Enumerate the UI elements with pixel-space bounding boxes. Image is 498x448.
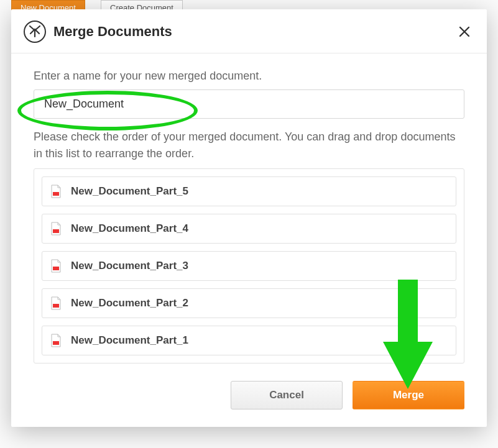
merge-documents-modal: Merge Documents Enter a name for your ne…: [11, 9, 487, 427]
pdf-file-icon: [50, 222, 62, 235]
document-item-label: New_Document_Part_4: [71, 222, 188, 235]
pdf-file-icon: [50, 334, 62, 347]
document-item-label: New_Document_Part_5: [71, 185, 188, 198]
modal-body: Enter a name for your new merged documen…: [11, 53, 487, 368]
pdf-file-icon: [50, 296, 62, 310]
svg-rect-2: [53, 229, 59, 233]
pdf-file-icon: [50, 185, 62, 198]
close-button[interactable]: [454, 22, 474, 42]
document-list-item[interactable]: New_Document_Part_5: [42, 176, 456, 206]
name-instruction: Enter a name for your new merged documen…: [34, 68, 464, 83]
cancel-button[interactable]: Cancel: [231, 381, 343, 409]
order-instruction: Please check the order of your merged do…: [34, 129, 464, 162]
merged-name-input[interactable]: [34, 89, 464, 119]
document-list-item[interactable]: New_Document_Part_2: [42, 288, 456, 318]
modal-footer: Cancel Merge: [11, 368, 487, 427]
document-item-label: New_Document_Part_3: [71, 260, 188, 272]
document-item-label: New_Document_Part_2: [71, 297, 188, 309]
pdf-file-icon: [50, 259, 62, 273]
document-item-label: New_Document_Part_1: [71, 334, 188, 347]
svg-rect-3: [53, 267, 59, 270]
modal-title: Merge Documents: [53, 24, 454, 40]
document-list-item[interactable]: New_Document_Part_4: [42, 214, 456, 244]
modal-header: Merge Documents: [11, 9, 487, 53]
document-list-item[interactable]: New_Document_Part_3: [42, 251, 456, 281]
document-order-list: New_Document_Part_5 New_Document_Part_4 …: [34, 168, 464, 363]
merge-button[interactable]: Merge: [353, 381, 464, 409]
merge-icon: [21, 18, 48, 45]
svg-rect-5: [53, 341, 59, 345]
svg-rect-1: [53, 192, 59, 196]
svg-rect-4: [53, 304, 59, 308]
document-list-item[interactable]: New_Document_Part_1: [42, 326, 456, 355]
